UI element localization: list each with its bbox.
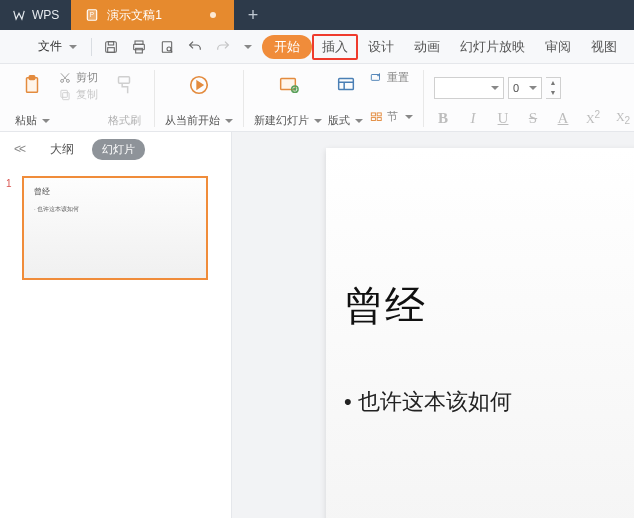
font-family-select[interactable] — [434, 77, 504, 99]
svg-rect-21 — [338, 79, 353, 90]
svg-rect-17 — [119, 77, 130, 83]
tab-design[interactable]: 设计 — [358, 34, 404, 60]
svg-point-14 — [66, 79, 69, 82]
unsaved-indicator-icon — [210, 12, 216, 18]
svg-rect-24 — [371, 117, 375, 120]
tab-insert[interactable]: 插入 — [312, 34, 358, 60]
cut-icon — [58, 71, 72, 85]
save-icon — [103, 39, 119, 55]
new-tab-button[interactable]: + — [234, 0, 272, 30]
print-button[interactable] — [126, 34, 152, 60]
svg-rect-8 — [136, 48, 143, 53]
format-painter-button[interactable]: 格式刷 — [104, 70, 144, 128]
reset-icon — [369, 71, 383, 85]
increase-font-icon[interactable]: ▲ — [546, 78, 560, 88]
slide-number: 1 — [6, 176, 16, 508]
undo-button[interactable] — [182, 34, 208, 60]
decrease-font-icon[interactable]: ▼ — [546, 88, 560, 98]
section-button[interactable]: 节 — [369, 109, 413, 124]
document-tab[interactable]: P 演示文稿1 — [71, 0, 234, 30]
copy-button[interactable]: 复制 — [58, 87, 98, 102]
svg-text:P: P — [90, 11, 94, 18]
cut-button[interactable]: 剪切 — [58, 70, 98, 85]
svg-rect-15 — [63, 92, 69, 99]
new-slide-icon — [277, 74, 299, 96]
presentation-file-icon: P — [85, 8, 99, 22]
paste-button[interactable]: 粘贴 — [12, 70, 52, 128]
file-label: 文件 — [38, 38, 62, 55]
quick-access-dropdown[interactable] — [238, 34, 254, 60]
ribbon: 粘贴 剪切 复制 格式刷 从当前开始 新建幻灯片 — [0, 64, 634, 132]
print-preview-button[interactable] — [154, 34, 180, 60]
svg-point-13 — [61, 79, 64, 82]
document-name: 演示文稿1 — [107, 7, 162, 24]
format-painter-icon — [113, 74, 135, 96]
hamburger-menu[interactable] — [12, 43, 28, 51]
copy-icon — [58, 88, 72, 102]
save-button[interactable] — [98, 34, 124, 60]
app-name: WPS — [32, 8, 59, 22]
play-from-current-button[interactable]: 从当前开始 — [165, 70, 233, 128]
slide[interactable]: 曾经 也许这本该如何 — [326, 148, 634, 518]
font-size-spinner[interactable]: ▲▼ — [546, 77, 561, 99]
thumbnail-list: 1 曾经 · 也许这本该如何 — [0, 166, 231, 518]
svg-rect-19 — [281, 79, 296, 90]
svg-rect-23 — [371, 112, 375, 115]
tab-view[interactable]: 视图 — [581, 34, 627, 60]
svg-rect-12 — [29, 76, 35, 80]
font-color-button[interactable]: A — [554, 110, 572, 127]
new-slide-button[interactable]: 新建幻灯片 — [254, 70, 322, 128]
svg-rect-5 — [108, 47, 115, 52]
side-panel-header: << 大纲 幻灯片 — [0, 132, 231, 166]
thumb-body: · 也许这本该如何 — [34, 205, 196, 214]
slide-body[interactable]: 也许这本该如何 — [344, 387, 634, 417]
strikethrough-button[interactable]: S — [524, 110, 542, 127]
font-style-row: B I U S A X2 X2 — [434, 109, 632, 127]
underline-button[interactable]: U — [494, 110, 512, 127]
svg-rect-4 — [108, 41, 113, 44]
tab-animation[interactable]: 动画 — [404, 34, 450, 60]
superscript-button[interactable]: X2 — [584, 109, 602, 127]
italic-button[interactable]: I — [464, 110, 482, 127]
group-slides: 新建幻灯片 版式 重置 节 — [254, 70, 424, 127]
slide-thumbnail[interactable]: 曾经 · 也许这本该如何 — [22, 176, 208, 280]
redo-icon — [215, 39, 231, 55]
outline-tab[interactable]: 大纲 — [50, 141, 74, 158]
bold-button[interactable]: B — [434, 110, 452, 127]
layout-icon — [335, 74, 357, 96]
redo-button[interactable] — [210, 34, 236, 60]
titlebar: WPS P 演示文稿1 + — [0, 0, 634, 30]
separator — [91, 38, 92, 56]
file-menu[interactable]: 文件 — [30, 34, 85, 59]
reset-button[interactable]: 重置 — [369, 70, 413, 85]
svg-rect-25 — [377, 112, 381, 115]
collapse-panel-button[interactable]: << — [14, 142, 24, 156]
slide-mini: 重置 节 — [369, 70, 413, 124]
tab-review[interactable]: 审阅 — [535, 34, 581, 60]
print-preview-icon — [159, 39, 175, 55]
font-size-select[interactable]: 0 — [508, 77, 542, 99]
tab-slideshow[interactable]: 幻灯片放映 — [450, 34, 535, 60]
menubar: 文件 开始 插入 设计 动画 幻灯片放映 审阅 视图 — [0, 30, 634, 64]
tab-start[interactable]: 开始 — [262, 35, 312, 59]
slides-tab[interactable]: 幻灯片 — [92, 139, 145, 160]
slide-canvas[interactable]: 曾经 也许这本该如何 — [232, 132, 634, 518]
play-icon — [188, 74, 210, 96]
workspace: << 大纲 幻灯片 1 曾经 · 也许这本该如何 曾经 也许这本该如何 — [0, 132, 634, 518]
print-icon — [131, 39, 147, 55]
group-font: 0 ▲▼ B I U S A X2 X2 — [434, 70, 634, 127]
side-panel: << 大纲 幻灯片 1 曾经 · 也许这本该如何 — [0, 132, 232, 518]
layout-button[interactable]: 版式 — [328, 70, 363, 128]
clipboard-mini: 剪切 复制 — [58, 70, 98, 102]
thumb-title: 曾经 — [34, 186, 196, 197]
group-play: 从当前开始 — [165, 70, 244, 127]
svg-rect-26 — [377, 117, 381, 120]
wps-logo-icon — [12, 8, 26, 22]
group-clipboard: 粘贴 剪切 复制 格式刷 — [12, 70, 155, 127]
undo-icon — [187, 39, 203, 55]
slide-title[interactable]: 曾经 — [344, 278, 634, 333]
svg-rect-16 — [61, 90, 67, 97]
subscript-button[interactable]: X2 — [614, 110, 632, 126]
app-brand: WPS — [0, 0, 71, 30]
ribbon-tabs: 开始 插入 设计 动画 幻灯片放映 审阅 视图 — [262, 34, 627, 60]
